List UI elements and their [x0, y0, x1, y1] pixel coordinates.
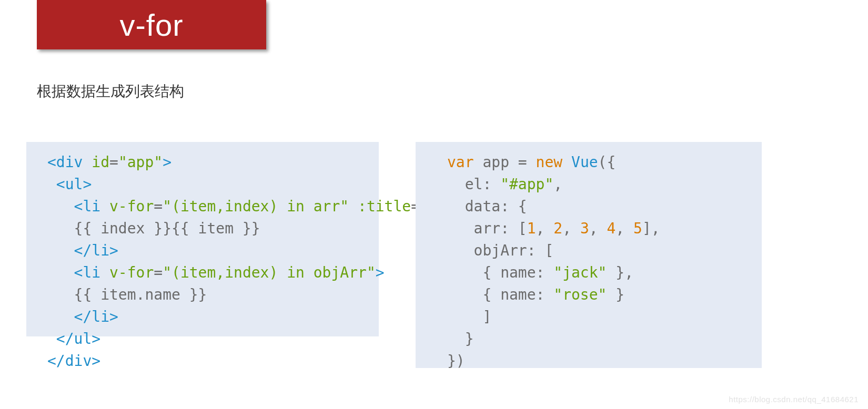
tok: <ul> [56, 176, 92, 193]
tok: ({ [598, 154, 616, 171]
tok: "(item,index) in arr" [163, 198, 349, 215]
tok: ], [642, 220, 660, 237]
tok: 5 [633, 220, 642, 237]
tok: objArr: [ [447, 242, 553, 259]
tok: "rose" [553, 286, 607, 303]
tok: = [154, 198, 163, 215]
code-block-html: <div id="app"> <ul> <li v-for="(item,ind… [26, 142, 379, 336]
tok: v-for [100, 198, 154, 215]
tok: "jack" [553, 264, 607, 281]
tok: }, [607, 264, 633, 281]
tok: </div> [47, 352, 100, 370]
tok: :title [349, 198, 411, 215]
subtitle-text: 根据数据生成列表结构 [37, 81, 184, 101]
tok: "app" [118, 154, 163, 171]
tok: } [607, 286, 624, 303]
tok: new [536, 154, 563, 171]
tok: data: { [447, 198, 527, 215]
tok: = [154, 264, 163, 281]
tok: var [447, 154, 474, 171]
tok: ] [447, 308, 491, 325]
tok: { name: [447, 286, 553, 303]
tok: 2 [553, 220, 562, 237]
tok: arr: [ [447, 220, 527, 237]
tok: > [163, 154, 171, 171]
tok: { name: [447, 264, 553, 281]
tok: }) [447, 352, 465, 370]
watermark-text: https://blog.csdn.net/qq_41684621 [729, 395, 859, 404]
tok: </li> [74, 308, 118, 325]
tok: {{ index }}{{ item }} [47, 220, 260, 237]
tok: "(item,index) in objArr" [163, 264, 376, 281]
tok: Vue [562, 154, 598, 171]
tok: , [553, 176, 562, 193]
tok: <li [74, 264, 101, 281]
tok: 1 [527, 220, 536, 237]
tok: {{ item.name }} [47, 286, 207, 303]
tok: = [109, 154, 118, 171]
tok: <div [47, 154, 83, 171]
tok: "#app" [500, 176, 553, 193]
tok: 3 [580, 220, 589, 237]
tok: el: [447, 176, 500, 193]
code-block-js: var app = new Vue({ el: "#app", data: { … [416, 142, 762, 368]
tok: v-for [100, 264, 154, 281]
title-text: v-for [120, 7, 184, 43]
tok: > [376, 264, 385, 281]
tok: id [83, 154, 109, 171]
tok: </li> [74, 242, 118, 259]
tok: </ul> [56, 330, 100, 347]
title-badge: v-for [37, 0, 266, 49]
tok: <li [74, 198, 101, 215]
tok: app = [474, 154, 536, 171]
tok: } [447, 330, 474, 347]
tok: 4 [607, 220, 615, 237]
